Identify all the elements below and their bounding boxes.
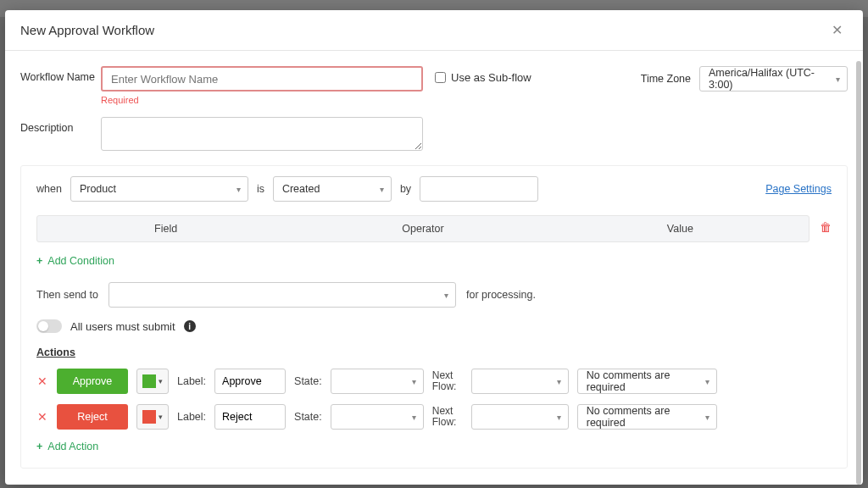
approve-state-select[interactable] <box>331 369 424 394</box>
modal-body: Workflow Name Required Use as Sub-flow T… <box>5 51 863 485</box>
new-approval-workflow-modal: New Approval Workflow ✕ Workflow Name Re… <box>5 10 863 485</box>
reject-button[interactable]: Reject <box>57 404 128 430</box>
approve-comments-select[interactable]: No comments are required <box>577 369 717 394</box>
by-input[interactable] <box>420 176 538 202</box>
chevron-down-icon: ▾ <box>159 413 163 421</box>
conditions-header-operator: Operator <box>294 223 551 235</box>
send-prefix: Then send to <box>36 289 98 301</box>
subflow-checkbox[interactable] <box>435 72 446 83</box>
page-settings-link[interactable]: Page Settings <box>765 183 832 195</box>
modal-title: New Approval Workflow <box>20 23 154 37</box>
swatch-green <box>142 374 156 388</box>
conditions-header-row: Field Operator Value <box>36 215 810 242</box>
conditions-header-field: Field <box>37 223 294 235</box>
reject-state-select[interactable] <box>331 404 424 430</box>
nextflow-text: Next Flow: <box>432 370 463 392</box>
reject-nextflow-select[interactable] <box>471 404 569 430</box>
send-suffix: for processing. <box>466 289 536 301</box>
workflow-name-label: Workflow Name <box>20 66 101 83</box>
delete-condition-icon[interactable]: 🗑 <box>820 215 832 234</box>
actions-heading: Actions <box>36 347 832 358</box>
action-row-reject: ✕ Reject ▾ Label: State: Next Flow: No c… <box>36 404 832 430</box>
subflow-checkbox-wrap[interactable]: Use as Sub-flow <box>435 66 531 84</box>
workflow-name-field: Required <box>101 66 423 105</box>
description-input[interactable] <box>101 117 423 151</box>
workflow-name-input[interactable] <box>101 66 423 92</box>
description-label: Description <box>20 117 101 134</box>
description-field <box>101 117 423 153</box>
when-keyword: when <box>36 183 62 195</box>
by-keyword: by <box>400 183 411 195</box>
add-condition-link[interactable]: Add Condition <box>36 255 114 267</box>
label-text: Label: <box>177 375 206 387</box>
event-select[interactable]: Created <box>273 176 392 202</box>
reject-label-input[interactable] <box>214 404 286 430</box>
all-users-toggle-row: All users must submit i <box>36 319 832 333</box>
approve-color-picker[interactable]: ▾ <box>136 369 169 394</box>
reject-comments-select[interactable]: No comments are required <box>577 404 717 430</box>
state-text: State: <box>294 375 322 387</box>
approve-nextflow-select[interactable] <box>471 369 569 394</box>
timezone-wrap: Time Zone America/Halifax (UTC-3:00) <box>641 66 848 92</box>
trigger-row: when Product is Created by Page Settings <box>36 176 832 202</box>
conditions-header-value: Value <box>552 223 809 235</box>
close-icon[interactable]: ✕ <box>826 20 848 40</box>
nextflow-text: Next Flow: <box>432 406 463 428</box>
swatch-red <box>142 410 156 424</box>
trigger-section: when Product is Created by Page Settings… <box>20 165 848 469</box>
workflow-name-required-text: Required <box>101 95 423 105</box>
reject-color-picker[interactable]: ▾ <box>136 404 169 430</box>
add-action-link[interactable]: Add Action <box>36 441 98 452</box>
remove-action-icon[interactable]: ✕ <box>36 374 48 388</box>
send-to-select[interactable] <box>108 282 456 308</box>
modal-header: New Approval Workflow ✕ <box>5 10 863 51</box>
action-row-approve: ✕ Approve ▾ Label: State: Next Flow: No … <box>36 369 832 394</box>
info-icon[interactable]: i <box>184 320 196 332</box>
all-users-label: All users must submit <box>70 320 175 333</box>
subflow-label: Use as Sub-flow <box>451 71 531 84</box>
approve-button[interactable]: Approve <box>57 369 128 394</box>
approve-label-input[interactable] <box>214 369 286 394</box>
is-keyword: is <box>257 183 264 195</box>
label-text: Label: <box>177 411 206 423</box>
scrollbar[interactable] <box>856 61 861 485</box>
conditions-area: Field Operator Value 🗑 <box>36 215 832 242</box>
state-text: State: <box>294 411 322 423</box>
timezone-select[interactable]: America/Halifax (UTC-3:00) <box>699 66 848 92</box>
description-row: Description <box>20 117 848 153</box>
entity-select[interactable]: Product <box>70 176 248 202</box>
all-users-toggle[interactable] <box>36 319 62 333</box>
workflow-name-row: Workflow Name Required Use as Sub-flow T… <box>20 66 848 105</box>
send-to-row: Then send to for processing. <box>36 282 832 308</box>
timezone-label: Time Zone <box>641 73 691 85</box>
chevron-down-icon: ▾ <box>159 377 163 385</box>
remove-action-icon[interactable]: ✕ <box>36 410 48 424</box>
